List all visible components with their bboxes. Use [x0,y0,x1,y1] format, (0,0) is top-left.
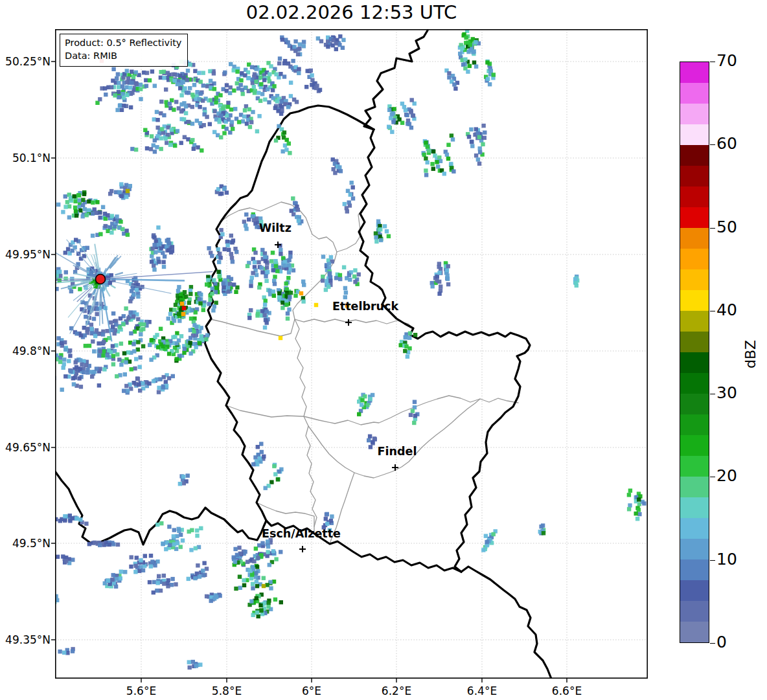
radar-map-canvas: WiltzEttelbruckFindelEsch/Alzette [55,29,648,679]
colorbar-band [680,477,709,497]
echo-layer [45,29,646,670]
city-marker [299,546,306,552]
city-marker [345,319,352,326]
x-tick-label: 5.8°E [212,684,242,697]
colorbar-band [680,435,709,456]
city-label: Findel [378,445,417,458]
figure-title: 02.02.2026 12:53 UTC [55,1,648,23]
city-layer: WiltzEttelbruckFindelEsch/Alzette [259,221,417,552]
data-source-line: Data: RMIB [65,49,181,62]
colorbar-band [680,269,709,290]
city-marker [392,464,398,471]
map-plot-area: WiltzEttelbruckFindelEsch/Alzette Produc… [55,29,648,679]
colorbar-band [680,145,709,166]
colorbar-tick-mark [710,560,715,561]
y-tick-label: 49.95°N [0,248,51,261]
radar-site-marker [96,275,106,284]
colorbar-tick-label: 40 [716,300,737,319]
colorbar-band [680,186,709,207]
colorbar-tick-mark [710,144,715,145]
x-tick-label: 6.2°E [382,684,411,697]
colorbar-band [680,207,709,228]
colorbar-tick-label: 30 [716,383,737,402]
colorbar-band [680,352,709,373]
colorbar-tick-mark [710,477,715,477]
colorbar-tick-mark [710,311,715,311]
colorbar-band [680,622,709,642]
colorbar-band [680,394,709,414]
colorbar-tick-label: 50 [716,218,737,236]
colorbar-tick-label: 0 [716,633,727,651]
y-tick-label: 50.1°N [0,152,51,164]
colorbar-band [680,456,709,477]
product-info-box: Product: 0.5° Reflectivity Data: RMIB [60,34,188,67]
x-tick-label: 6.4°E [467,684,497,697]
colorbar-tick-mark [710,394,715,394]
plot-frame [56,30,647,678]
colorbar-tick-mark [710,228,715,229]
colorbar-tick-label: 10 [716,550,737,569]
x-tick-label: 5.6°E [126,684,156,697]
colorbar-tick-mark [710,62,715,62]
colorbar-tick-label: 70 [716,51,737,70]
colorbar-band [680,166,709,186]
colorbar-band [680,62,709,83]
city-label: Ettelbruck [332,300,399,313]
colorbar-tick-label: 20 [716,467,737,486]
colorbar-axis-label: dBZ [742,340,759,368]
colorbar-tick-mark [710,643,715,644]
colorbar-band [680,83,709,104]
colorbar-band [680,518,709,539]
colorbar-band [680,311,709,332]
dbz-colorbar [680,62,709,643]
colorbar-band [680,290,709,311]
y-tick-label: 49.8°N [0,344,51,357]
axis-tick-marks [51,62,567,683]
colorbar-band [680,249,709,269]
y-tick-label: 49.65°N [0,441,51,454]
colorbar-band [680,414,709,435]
colorbar-band [680,580,709,601]
colorbar-band [680,373,709,394]
colorbar-band [680,497,709,518]
colorbar-band [680,124,709,145]
colorbar-band [680,539,709,559]
grid-lines [55,29,648,679]
y-tick-label: 49.35°N [0,633,51,646]
y-tick-label: 49.5°N [0,537,51,550]
city-label: Wiltz [259,221,292,234]
colorbar-band [680,559,709,580]
colorbar-band [680,332,709,352]
x-tick-label: 6°E [302,684,321,697]
product-info-line: Product: 0.5° Reflectivity [65,36,181,49]
colorbar-band [680,104,709,124]
colorbar-band [680,601,709,622]
colorbar-band [680,228,709,249]
colorbar-tick-label: 60 [716,135,737,153]
y-tick-label: 50.25°N [0,55,51,68]
radar-figure: 02.02.2026 12:53 UTC WiltzEttelbruckFind… [0,0,767,700]
x-tick-label: 6.6°E [552,684,582,697]
city-label: Esch/Alzette [262,527,341,540]
